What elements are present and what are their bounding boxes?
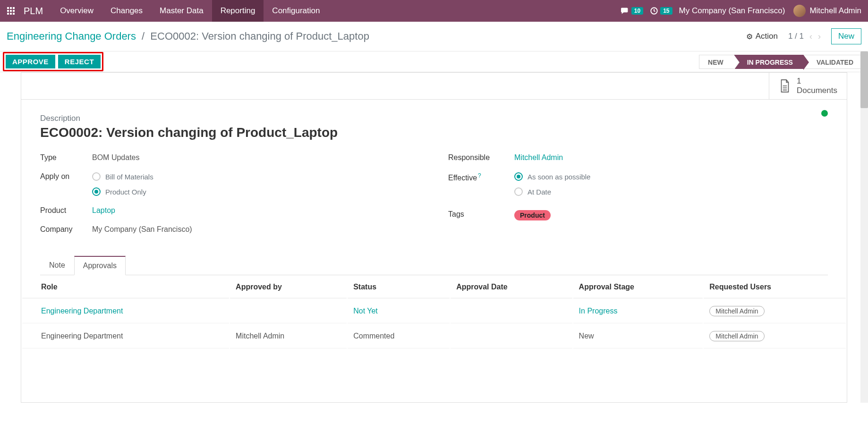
breadcrumb-row: Engineering Change Orders / ECO0002: Ver… [0,22,868,51]
stage-in-progress[interactable]: IN PROGRESS [734,55,803,69]
activity-badge: 15 [660,7,672,15]
nav-master-data[interactable]: Master Data [151,0,212,22]
th-approved-by: Approved by [230,276,347,298]
statusbar: APPROVE REJECT NEW IN PROGRESS VALIDATED [0,51,868,72]
form-grid: Type BOM Updates Apply on Bill of Materi… [40,153,828,244]
effective-at-date[interactable]: At Date [514,187,590,196]
activity-icon[interactable]: 15 [650,7,672,15]
pager-prev[interactable]: ‹ [809,32,812,42]
row1-user-chip[interactable]: Mitchell Admin [709,331,764,341]
tab-approvals[interactable]: Approvals [74,256,126,275]
apply-on-product-only-label: Product Only [105,188,146,196]
th-approval-date: Approval Date [451,276,572,298]
radio-icon [92,187,101,196]
row1-date [451,324,572,348]
approvals-table: Role Approved by Status Approval Date Ap… [21,275,847,349]
documents-count: 1 [797,76,837,86]
effective-label: Effective? [448,172,514,182]
row1-status: Commented [348,324,450,348]
apply-on-label: Apply on [40,172,92,181]
tab-note[interactable]: Note [40,256,74,275]
help-icon[interactable]: ? [478,172,481,179]
type-value: BOM Updates [92,153,139,162]
breadcrumb: Engineering Change Orders / ECO0002: Ver… [7,30,369,42]
pager: 1 / 1 ‹ › [788,32,821,42]
tags-label: Tags [448,210,514,219]
form-sheet: 1 Documents Description ECO0002: Version… [21,72,847,403]
content-wrap: APPROVE REJECT NEW IN PROGRESS VALIDATED… [0,51,868,403]
sheet-body: Description ECO0002: Version changing of… [21,100,847,244]
company-label: Company [40,225,92,234]
table-row[interactable]: Engineering Department Not Yet In Progre… [22,299,846,323]
topbar-left: PLM Overview Changes Master Data Reporti… [0,0,328,22]
tag-product[interactable]: Product [514,210,551,220]
scrollbar[interactable] [860,51,868,403]
approve-reject-highlight: APPROVE REJECT [3,52,103,71]
responsible-label: Responsible [448,153,514,162]
effective-asap-label: As soon as possible [528,173,590,181]
description-label: Description [40,114,828,123]
type-label: Type [40,153,92,162]
form-col-right: Responsible Mitchell Admin Effective? As… [448,153,828,244]
chat-icon[interactable]: 10 [620,7,643,15]
action-label: Action [756,32,778,41]
row0-user-chip[interactable]: Mitchell Admin [709,306,764,316]
reject-button[interactable]: REJECT [58,55,101,68]
company-value: My Company (San Francisco) [92,225,192,234]
responsible-link[interactable]: Mitchell Admin [514,153,563,161]
document-icon [779,79,791,93]
row1-stage: New [573,324,703,348]
row0-date [451,299,572,323]
apply-on-group: Bill of Materials Product Only [92,172,153,196]
radio-icon [92,172,101,181]
breadcrumb-root[interactable]: Engineering Change Orders [7,30,136,42]
effective-at-date-label: At Date [528,188,551,196]
user-menu[interactable]: Mitchell Admin [793,5,861,17]
kanban-state-dot[interactable] [821,110,828,117]
pager-text: 1 / 1 [788,32,804,41]
nav-changes[interactable]: Changes [102,0,151,22]
new-button[interactable]: New [831,28,861,44]
row0-stage[interactable]: In Progress [579,307,618,315]
product-link[interactable]: Laptop [92,206,115,214]
apply-on-bom-label: Bill of Materials [105,173,153,181]
user-name: Mitchell Admin [809,6,861,16]
avatar [793,5,806,17]
nav-configuration[interactable]: Configuration [264,0,328,22]
breadcrumb-sep: / [139,30,147,42]
record-title: ECO0002: Version changing of Product_Lap… [40,125,828,140]
topbar: PLM Overview Changes Master Data Reporti… [0,0,868,22]
tabs: Note Approvals [40,255,828,275]
approvals-header-row: Role Approved by Status Approval Date Ap… [22,276,846,298]
th-role: Role [22,276,229,298]
nav-reporting[interactable]: Reporting [212,0,264,22]
documents-stat[interactable]: 1 Documents [769,73,847,99]
row0-role[interactable]: Engineering Department [41,307,123,315]
apps-icon[interactable] [0,0,22,22]
stage-new[interactable]: NEW [699,55,734,69]
row1-role: Engineering Department [22,324,229,348]
product-label: Product [40,206,92,215]
topbar-right: 10 15 My Company (San Francisco) Mitchel… [620,0,868,22]
apply-on-product-only[interactable]: Product Only [92,187,153,196]
breadcrumb-current: ECO0002: Version changing of Product_Lap… [150,30,369,42]
radio-icon [514,172,523,181]
stage-validated[interactable]: VALIDATED [803,55,864,69]
radio-icon [514,187,523,196]
effective-asap[interactable]: As soon as possible [514,172,590,181]
gear-icon: ⚙ [746,32,753,41]
company-selector[interactable]: My Company (San Francisco) [679,6,785,16]
approve-button[interactable]: APPROVE [6,55,55,68]
row0-status[interactable]: Not Yet [353,307,378,315]
table-row[interactable]: Engineering Department Mitchell Admin Co… [22,324,846,348]
apply-on-bom[interactable]: Bill of Materials [92,172,153,181]
documents-label: Documents [797,86,837,95]
scroll-thumb[interactable] [860,51,868,108]
pager-next[interactable]: › [818,32,821,42]
action-menu[interactable]: ⚙ Action [746,32,778,41]
nav-overview[interactable]: Overview [51,0,102,22]
breadcrumb-right: ⚙ Action 1 / 1 ‹ › New [746,28,861,44]
effective-group: As soon as possible At Date [514,172,590,196]
th-approval-stage: Approval Stage [573,276,703,298]
form-col-left: Type BOM Updates Apply on Bill of Materi… [40,153,420,244]
